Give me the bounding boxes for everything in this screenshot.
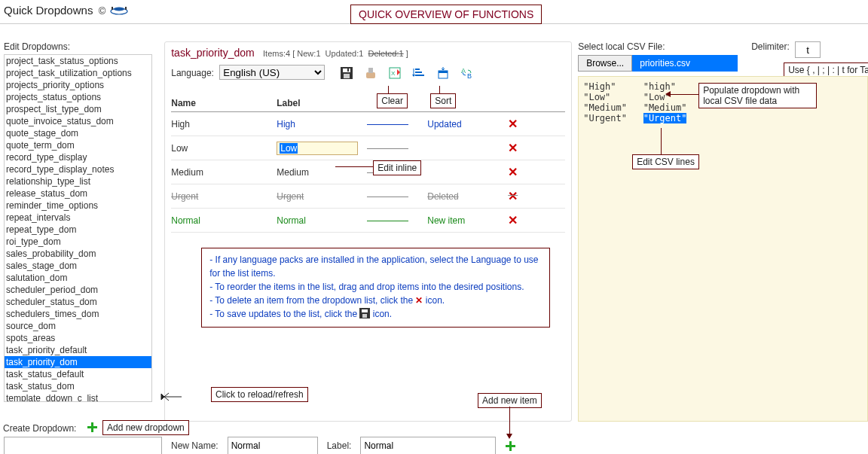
- list-item[interactable]: prospect_list_type_dom: [5, 103, 151, 115]
- row-name: Low: [171, 143, 277, 154]
- list-item[interactable]: repeat_type_dom: [5, 224, 151, 236]
- info-box: - If any language packs are installed in…: [201, 248, 550, 327]
- callout-sort: Sort: [430, 93, 456, 108]
- delete-row-icon[interactable]: ✕: [508, 117, 518, 130]
- arrow: [671, 94, 698, 95]
- list-item[interactable]: scheduler_period_dom: [5, 284, 151, 296]
- clear-icon[interactable]: [362, 65, 379, 81]
- table-row[interactable]: MediumMedium✕: [171, 160, 565, 184]
- delete-row-icon[interactable]: ✕: [508, 190, 518, 203]
- list-item[interactable]: task_priority_dom: [5, 356, 151, 368]
- list-item[interactable]: projects_priority_options: [5, 79, 151, 91]
- list-item[interactable]: project_task_utilization_options: [5, 67, 151, 79]
- arrow: [388, 86, 389, 93]
- callout-edit-csv: Edit CSV lines: [632, 154, 699, 169]
- callout-populate: Populate dropdown with local CSV file da…: [698, 83, 817, 108]
- list-item[interactable]: record_type_display_notes: [5, 163, 151, 175]
- row-label[interactable]: Medium: [277, 167, 367, 178]
- svg-text:B: B: [467, 72, 472, 80]
- list-item[interactable]: quote_invoice_status_dom: [5, 115, 151, 127]
- list-item[interactable]: quote_term_dom: [5, 139, 151, 151]
- list-item[interactable]: quote_stage_dom: [5, 127, 151, 139]
- row-name: Urgent: [171, 191, 277, 202]
- new-label-input[interactable]: [360, 437, 496, 454]
- list-item[interactable]: roi_type_dom: [5, 236, 151, 248]
- row-status: Deleted: [427, 191, 495, 202]
- list-item[interactable]: schedulers_times_dom: [5, 308, 151, 320]
- callout-add-dropdown: Add new dropdown: [102, 420, 189, 435]
- svg-rect-7: [347, 69, 349, 72]
- row-name: Medium: [171, 167, 277, 178]
- list-item[interactable]: reminder_time_options: [5, 200, 151, 212]
- callout-reload: Click to reload/refresh: [211, 387, 308, 402]
- dropdown-listbox[interactable]: project_task_status_optionsproject_task_…: [4, 54, 152, 402]
- row-name: Normal: [171, 215, 277, 226]
- new-label-label: Label:: [327, 440, 352, 451]
- row-label[interactable]: Low: [277, 142, 367, 155]
- delete-row-icon[interactable]: ✕: [508, 214, 518, 227]
- callout-clear: Clear: [377, 93, 408, 108]
- language-select[interactable]: English (US): [219, 65, 325, 80]
- dropdown-name: task_priority_dom: [171, 47, 255, 59]
- table-row[interactable]: UrgentUrgentDeleted✕: [171, 184, 565, 209]
- list-item[interactable]: repeat_intervals: [5, 212, 151, 224]
- col-label-header: Label: [277, 98, 367, 108]
- reload-arrow-icon: [160, 392, 182, 404]
- import-csv-icon[interactable]: [435, 65, 451, 81]
- table-row[interactable]: HighHighUpdated✕: [171, 112, 565, 136]
- svg-rect-21: [362, 314, 367, 318]
- list-item[interactable]: sales_stage_dom: [5, 260, 151, 272]
- svg-rect-2: [112, 7, 113, 10]
- list-item[interactable]: relationship_type_list: [5, 175, 151, 187]
- add-dropdown-button[interactable]: [87, 422, 97, 432]
- list-item[interactable]: task_status_default: [5, 368, 151, 380]
- list-item[interactable]: record_type_display: [5, 151, 151, 163]
- sort-icon[interactable]: [411, 65, 427, 81]
- csv-text-area[interactable]: "High" "high""Low" "Low""Medium" "Medium…: [578, 76, 868, 422]
- app-logo-icon: [108, 5, 130, 19]
- row-label[interactable]: Urgent: [277, 191, 367, 202]
- list-item[interactable]: projects_status_options: [5, 91, 151, 103]
- row-label[interactable]: Normal: [277, 215, 367, 226]
- export-csv-icon[interactable]: X: [387, 65, 403, 81]
- list-item[interactable]: project_task_status_options: [5, 55, 151, 67]
- page-title: QUICK OVERVIEW OF FUNCTIONS: [350, 5, 542, 24]
- list-item[interactable]: salutation_dom: [5, 272, 151, 284]
- edit-dropdowns-label: Edit Dropdowns:: [4, 41, 160, 52]
- list-item[interactable]: sales_probability_dom: [5, 248, 151, 260]
- csv-filename: priorities.csv: [632, 55, 738, 72]
- svg-point-1: [114, 8, 124, 11]
- csv-line[interactable]: "Urgent" "Urgent": [583, 113, 863, 123]
- list-item[interactable]: release_status_dom: [5, 187, 151, 200]
- create-dropdown-input[interactable]: [4, 437, 162, 454]
- add-item-button[interactable]: [505, 440, 515, 451]
- new-name-label: New Name:: [171, 440, 219, 451]
- replace-csv-icon[interactable]: AB: [459, 65, 475, 81]
- delimiter-input[interactable]: [795, 41, 821, 58]
- row-label[interactable]: High: [277, 119, 367, 129]
- list-item[interactable]: task_status_dom: [5, 380, 151, 392]
- list-item[interactable]: spots_areas: [5, 332, 151, 344]
- svg-rect-16: [439, 71, 448, 73]
- list-item[interactable]: source_dom: [5, 320, 151, 332]
- copyright-symbol: ©: [99, 5, 106, 17]
- list-item[interactable]: scheduler_status_dom: [5, 296, 151, 308]
- new-name-input[interactable]: [228, 437, 318, 454]
- list-item[interactable]: template_ddown_c_list: [5, 392, 151, 402]
- svg-rect-5: [343, 69, 350, 72]
- arrow: [439, 86, 440, 93]
- list-item[interactable]: task_priority_default: [5, 344, 151, 356]
- delimiter-label: Delimiter:: [751, 41, 790, 52]
- delete-row-icon[interactable]: ✕: [508, 166, 518, 178]
- row-status: New item: [427, 215, 495, 226]
- create-dropdown-label: Create Dropdown:: [3, 423, 76, 434]
- row-status: Updated: [427, 119, 495, 129]
- app-title: Quick Dropdowns: [4, 4, 93, 17]
- save-icon[interactable]: [338, 65, 355, 81]
- table-row[interactable]: NormalNormalNew item✕: [171, 209, 565, 233]
- callout-edit-inline: Edit inline: [373, 160, 421, 175]
- table-row[interactable]: LowLow✕: [171, 136, 565, 160]
- callout-delim-hint: Use { , | ; | : | t for Tab }: [784, 62, 868, 78]
- delete-row-icon[interactable]: ✕: [508, 142, 518, 154]
- browse-button[interactable]: Browse...: [578, 55, 632, 72]
